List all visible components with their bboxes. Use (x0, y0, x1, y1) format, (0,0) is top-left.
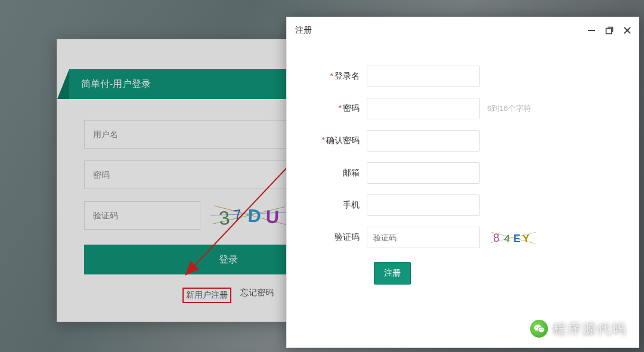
register-form: *登录名 *密码 6到16个字符 *确认密码 邮箱 手机 验证码 (287, 44, 639, 347)
modal-close-icon[interactable] (620, 23, 635, 38)
register-submit-button[interactable]: 注册 (374, 262, 411, 285)
modal-titlebar: 注册 (287, 17, 639, 44)
register-phone-input[interactable] (367, 194, 480, 216)
label-login-name: 登录名 (335, 71, 360, 81)
register-password-input[interactable] (367, 98, 480, 119)
watermark: 程序源代码 (530, 320, 627, 338)
register-email-input[interactable] (367, 162, 480, 184)
label-captcha: 验证码 (335, 232, 360, 242)
register-captcha-image[interactable]: 8 4 E Y (490, 229, 537, 246)
svg-text:4: 4 (504, 232, 510, 245)
label-password: 密码 (343, 103, 360, 113)
label-phone: 手机 (343, 200, 360, 209)
label-confirm-password: 确认密码 (326, 135, 360, 145)
label-email: 邮箱 (343, 168, 360, 177)
modal-title: 注册 (295, 25, 312, 36)
modal-maximize-icon[interactable] (602, 23, 617, 38)
svg-text:8: 8 (493, 231, 500, 244)
register-captcha-input[interactable] (367, 227, 480, 248)
svg-rect-9 (606, 29, 612, 34)
register-modal: 注册 *登录名 (286, 17, 639, 348)
register-confirm-password-input[interactable] (367, 130, 480, 152)
modal-minimize-icon[interactable] (584, 23, 599, 38)
wechat-icon (530, 320, 548, 338)
register-login-name-input[interactable] (367, 66, 480, 87)
svg-text:Y: Y (522, 232, 531, 245)
svg-text:E: E (513, 233, 521, 245)
watermark-text: 程序源代码 (553, 320, 627, 338)
password-hint: 6到16个字符 (487, 103, 531, 114)
